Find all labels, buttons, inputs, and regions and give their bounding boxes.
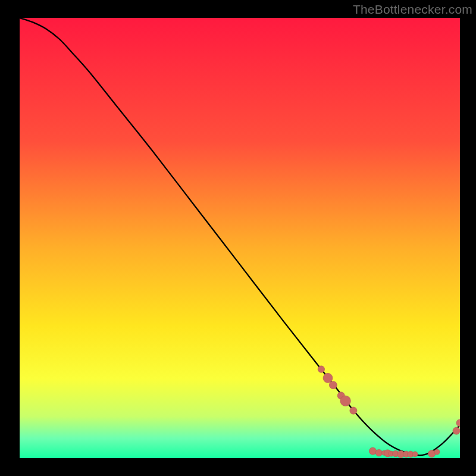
scatter-point [329,381,337,389]
scatter-point [453,427,460,434]
scatter-point [350,407,357,414]
scatter-point [340,396,350,406]
scatter-point [369,447,376,455]
scatter-point [323,373,333,383]
gradient-background [20,18,460,458]
attribution-label: TheBottlenecker.com [353,2,472,17]
bottleneck-chart [20,18,460,458]
scatter-point [375,449,382,456]
scatter-point [318,366,324,372]
chart-container: TheBottlenecker.com [0,0,476,476]
scatter-point [412,452,418,457]
scatter-point [434,449,440,455]
